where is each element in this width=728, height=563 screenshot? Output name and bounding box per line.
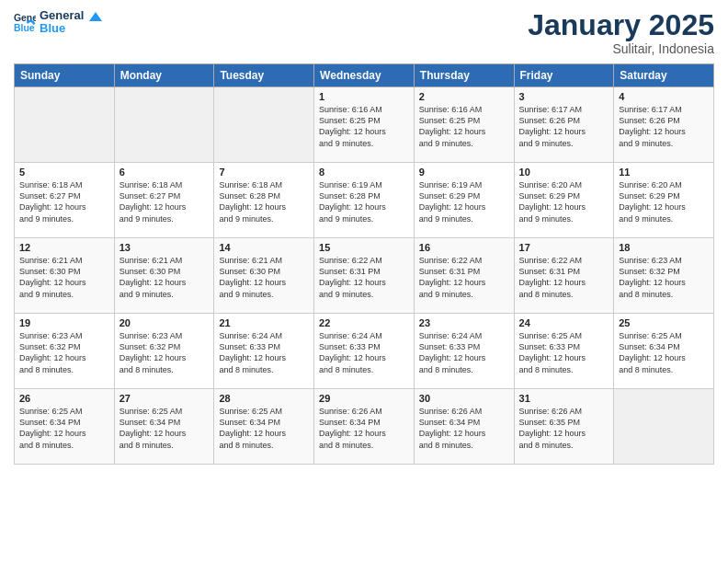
day-info: Sunrise: 6:23 AM Sunset: 6:32 PM Dayligh… [619,255,709,300]
day-number: 17 [519,242,609,253]
day-info: Sunrise: 6:21 AM Sunset: 6:30 PM Dayligh… [219,255,309,300]
table-cell: 3Sunrise: 6:17 AM Sunset: 6:26 PM Daylig… [514,87,614,163]
col-monday: Monday [114,64,214,87]
col-sunday: Sunday [15,64,115,87]
day-number: 9 [419,167,509,178]
month-title: January 2025 [528,9,714,41]
table-cell: 20Sunrise: 6:23 AM Sunset: 6:32 PM Dayli… [114,314,214,389]
day-number: 27 [119,393,210,404]
day-info: Sunrise: 6:23 AM Sunset: 6:32 PM Dayligh… [19,330,109,375]
table-cell: 31Sunrise: 6:26 AM Sunset: 6:35 PM Dayli… [514,389,614,465]
table-cell: 11Sunrise: 6:20 AM Sunset: 6:29 PM Dayli… [614,163,714,238]
day-info: Sunrise: 6:21 AM Sunset: 6:30 PM Dayligh… [19,255,109,300]
day-info: Sunrise: 6:18 AM Sunset: 6:27 PM Dayligh… [19,179,109,224]
table-cell: 10Sunrise: 6:20 AM Sunset: 6:29 PM Dayli… [514,163,614,238]
day-number: 18 [619,242,709,253]
table-cell: 14Sunrise: 6:21 AM Sunset: 6:30 PM Dayli… [214,238,314,314]
table-cell [614,389,714,465]
day-number: 1 [319,91,409,102]
day-info: Sunrise: 6:21 AM Sunset: 6:30 PM Dayligh… [119,255,210,300]
table-cell: 16Sunrise: 6:22 AM Sunset: 6:31 PM Dayli… [414,238,514,314]
day-number: 11 [619,167,709,178]
col-friday: Friday [514,64,614,87]
table-cell: 4Sunrise: 6:17 AM Sunset: 6:26 PM Daylig… [614,87,714,163]
day-number: 30 [419,393,509,404]
day-info: Sunrise: 6:23 AM Sunset: 6:32 PM Dayligh… [119,330,210,375]
day-info: Sunrise: 6:25 AM Sunset: 6:33 PM Dayligh… [519,330,609,375]
table-cell: 21Sunrise: 6:24 AM Sunset: 6:33 PM Dayli… [214,314,314,389]
logo-icon: General Blue [14,11,36,33]
day-number: 10 [519,167,609,178]
table-cell: 13Sunrise: 6:21 AM Sunset: 6:30 PM Dayli… [114,238,214,314]
table-cell [214,87,314,163]
day-number: 12 [19,242,109,253]
table-cell: 8Sunrise: 6:19 AM Sunset: 6:28 PM Daylig… [314,163,415,238]
day-number: 5 [19,167,109,178]
table-cell [114,87,214,163]
day-number: 15 [319,242,409,253]
day-number: 20 [119,317,210,328]
day-number: 19 [19,317,109,328]
svg-text:Blue: Blue [14,23,35,33]
table-cell: 12Sunrise: 6:21 AM Sunset: 6:30 PM Dayli… [15,238,115,314]
day-number: 16 [419,242,509,253]
day-info: Sunrise: 6:24 AM Sunset: 6:33 PM Dayligh… [219,330,309,375]
title-block: January 2025 Sulitair, Indonesia [528,9,714,56]
location: Sulitair, Indonesia [528,41,714,56]
page: General Blue General Blue January 2025 S… [0,0,728,563]
table-cell: 25Sunrise: 6:25 AM Sunset: 6:34 PM Dayli… [614,314,714,389]
logo: General Blue General Blue [14,9,102,36]
day-info: Sunrise: 6:16 AM Sunset: 6:25 PM Dayligh… [319,104,409,149]
day-info: Sunrise: 6:16 AM Sunset: 6:25 PM Dayligh… [419,104,509,149]
table-cell: 5Sunrise: 6:18 AM Sunset: 6:27 PM Daylig… [15,163,115,238]
day-number: 4 [619,91,709,102]
day-number: 14 [219,242,309,253]
table-cell: 1Sunrise: 6:16 AM Sunset: 6:25 PM Daylig… [314,87,415,163]
day-info: Sunrise: 6:26 AM Sunset: 6:34 PM Dayligh… [319,406,409,451]
day-info: Sunrise: 6:25 AM Sunset: 6:34 PM Dayligh… [119,406,210,451]
table-cell [15,87,115,163]
table-cell: 15Sunrise: 6:22 AM Sunset: 6:31 PM Dayli… [314,238,415,314]
logo-blue: Blue [40,22,102,35]
day-info: Sunrise: 6:25 AM Sunset: 6:34 PM Dayligh… [619,330,709,375]
day-number: 22 [319,317,409,328]
day-number: 25 [619,317,709,328]
day-info: Sunrise: 6:18 AM Sunset: 6:28 PM Dayligh… [219,179,309,224]
day-number: 28 [219,393,309,404]
day-info: Sunrise: 6:19 AM Sunset: 6:29 PM Dayligh… [419,179,509,224]
table-cell: 19Sunrise: 6:23 AM Sunset: 6:32 PM Dayli… [15,314,115,389]
day-info: Sunrise: 6:17 AM Sunset: 6:26 PM Dayligh… [619,104,709,149]
day-number: 13 [119,242,210,253]
day-info: Sunrise: 6:17 AM Sunset: 6:26 PM Dayligh… [519,104,609,149]
day-number: 21 [219,317,309,328]
day-info: Sunrise: 6:24 AM Sunset: 6:33 PM Dayligh… [419,330,509,375]
day-number: 2 [419,91,509,102]
table-cell: 9Sunrise: 6:19 AM Sunset: 6:29 PM Daylig… [414,163,514,238]
day-info: Sunrise: 6:18 AM Sunset: 6:27 PM Dayligh… [119,179,210,224]
col-wednesday: Wednesday [314,64,415,87]
day-number: 31 [519,393,609,404]
day-info: Sunrise: 6:20 AM Sunset: 6:29 PM Dayligh… [519,179,609,224]
table-cell: 22Sunrise: 6:24 AM Sunset: 6:33 PM Dayli… [314,314,415,389]
table-cell: 6Sunrise: 6:18 AM Sunset: 6:27 PM Daylig… [114,163,214,238]
day-info: Sunrise: 6:22 AM Sunset: 6:31 PM Dayligh… [419,255,509,300]
day-number: 24 [519,317,609,328]
day-info: Sunrise: 6:22 AM Sunset: 6:31 PM Dayligh… [519,255,609,300]
day-number: 7 [219,167,309,178]
day-info: Sunrise: 6:24 AM Sunset: 6:33 PM Dayligh… [319,330,409,375]
day-info: Sunrise: 6:20 AM Sunset: 6:29 PM Dayligh… [619,179,709,224]
logo-general: General [40,9,102,22]
table-cell: 27Sunrise: 6:25 AM Sunset: 6:34 PM Dayli… [114,389,214,465]
table-cell: 23Sunrise: 6:24 AM Sunset: 6:33 PM Dayli… [414,314,514,389]
day-number: 29 [319,393,409,404]
table-cell: 30Sunrise: 6:26 AM Sunset: 6:34 PM Dayli… [414,389,514,465]
table-cell: 17Sunrise: 6:22 AM Sunset: 6:31 PM Dayli… [514,238,614,314]
col-thursday: Thursday [414,64,514,87]
table-cell: 29Sunrise: 6:26 AM Sunset: 6:34 PM Dayli… [314,389,415,465]
day-info: Sunrise: 6:26 AM Sunset: 6:34 PM Dayligh… [419,406,509,451]
col-tuesday: Tuesday [214,64,314,87]
day-info: Sunrise: 6:25 AM Sunset: 6:34 PM Dayligh… [19,406,109,451]
day-number: 23 [419,317,509,328]
day-info: Sunrise: 6:22 AM Sunset: 6:31 PM Dayligh… [319,255,409,300]
calendar: Sunday Monday Tuesday Wednesday Thursday… [14,63,714,465]
